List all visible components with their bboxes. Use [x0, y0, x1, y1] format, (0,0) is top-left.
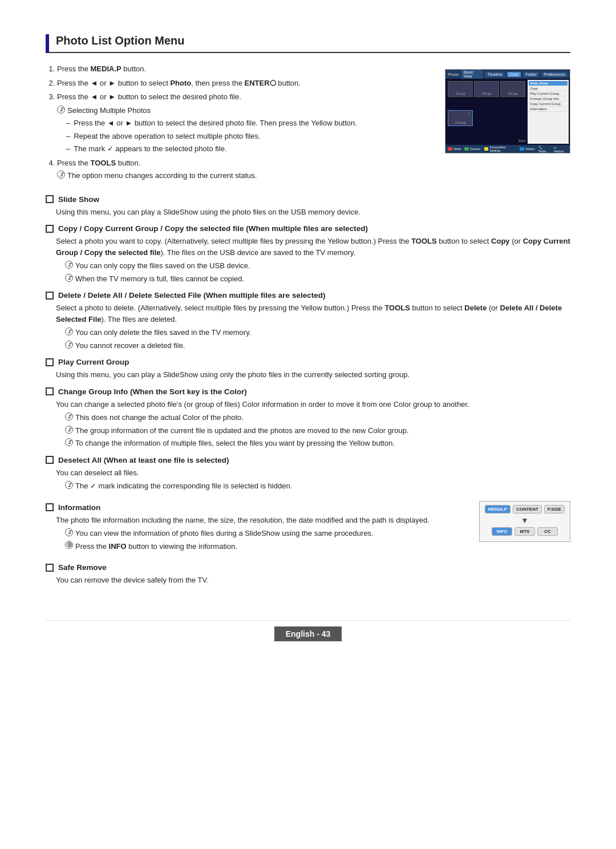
section-deselect-all: Deselect All (When at least one file is … — [46, 456, 570, 492]
note-b-icon: Ⓑ — [65, 541, 73, 549]
section-heading-change-group-info: Change Group Info (When the Sort key is … — [46, 387, 570, 396]
section-body-information: The photo file information including the… — [56, 515, 468, 552]
section-information: Information The photo file information i… — [46, 496, 570, 557]
footer-badge: English - 43 — [274, 626, 342, 641]
remote-btn-mts: MTS — [514, 527, 535, 536]
section-body-play-current-group: Using this menu, you can play a SlideSho… — [56, 369, 570, 381]
subnote-item-2: Repeat the above operation to select mul… — [66, 131, 433, 142]
subnote-list: Press the ◄ or ► button to select the de… — [57, 118, 433, 155]
section-slide-show: Slide Show Using this menu, you can play… — [46, 195, 570, 218]
footer: English - 43 — [46, 620, 570, 641]
section-heading-safe-remove: Safe Remove — [46, 563, 570, 572]
steps-list: Press the MEDIA.P button. Press the ◄ or… — [46, 63, 433, 181]
section-heading-delete: Delete / Delete All / Delete Selected Fi… — [46, 291, 570, 300]
note-icon-copy-1: 𝓘 — [65, 261, 73, 269]
section-body-change-group-info: You can change a selected photo file's (… — [56, 399, 570, 449]
note-icon-cgi-2: 𝓘 — [65, 426, 73, 434]
subnote-item-1: Press the ◄ or ► button to select the de… — [66, 118, 433, 129]
note-icon-deselect-1: 𝓘 — [65, 481, 73, 489]
section-change-group-info: Change Group Info (When the Sort key is … — [46, 387, 570, 449]
section-heading-information: Information — [46, 503, 468, 512]
remote-row-1: MEDIA.P CONTENT P.SIZE — [484, 505, 565, 514]
note-icon-delete-1: 𝓘 — [65, 328, 73, 335]
note-icon-delete-2: 𝓘 — [65, 341, 73, 349]
section-body-delete: Select a photo to delete. (Alternatively… — [56, 302, 570, 351]
step-1: Press the MEDIA.P button. — [57, 63, 433, 75]
page-title: Photo List Option Menu — [46, 34, 570, 53]
section-safe-remove: Safe Remove You can remove the device sa… — [46, 563, 570, 586]
note-icon-info-1: 𝓘 — [65, 528, 73, 536]
note-icon: 𝓘 — [57, 106, 65, 114]
screenshot-thumbnails: 123.jpg 130.jpg 132.jpg ✓ 1234.jpg — [448, 81, 525, 138]
step-3: Press the ◄ or ► button to select the de… — [57, 91, 433, 155]
remote-btn-cc: CC — [537, 527, 558, 536]
note-icon-copy-2: 𝓘 — [65, 274, 73, 282]
section-body-slide-show: Using this menu, you can play a SlideSho… — [56, 207, 570, 218]
section-delete: Delete / Delete All / Delete Selected Fi… — [46, 291, 570, 351]
remote-btn-info: INFO — [492, 527, 512, 536]
note-icon-cgi-3: 𝓘 — [65, 438, 73, 446]
remote-btn-content: CONTENT — [513, 505, 542, 514]
right-column: Photo Basic View Timeline Color Folder P… — [445, 63, 570, 187]
section-body-deselect-all: You can deselect all files. 𝓘 The ✓ mark… — [56, 467, 570, 492]
section-play-current-group: Play Current Group Using this menu, you … — [46, 358, 570, 381]
main-content: Press the MEDIA.P button. Press the ◄ or… — [46, 63, 570, 187]
section-heading-slide-show: Slide Show — [46, 195, 570, 204]
remote-btn-mediap: MEDIA.P — [485, 505, 510, 514]
screenshot-topbar: Photo Basic View Timeline Color Folder P… — [445, 70, 570, 79]
section-body-copy: Select a photo you want to copy. (Altern… — [56, 236, 570, 284]
step-4: Press the TOOLS button. 𝓘 The option men… — [57, 157, 433, 181]
section-heading-copy: Copy / Copy Current Group / Copy the sel… — [46, 224, 570, 233]
section-heading-deselect-all: Deselect All (When at least one file is … — [46, 456, 570, 464]
screenshot-image: Photo Basic View Timeline Color Folder P… — [445, 69, 570, 153]
screenshot-menu: Slide Show Copy Play Current Group Chang… — [528, 80, 569, 144]
left-column: Press the MEDIA.P button. Press the ◄ or… — [46, 63, 433, 187]
section-body-safe-remove: You can remove the device safely from th… — [56, 575, 570, 586]
step-2: Press the ◄ or ► button to select Photo,… — [57, 78, 433, 89]
screenshot-bottombar: Slide Device Favourites Setting Select 🔧… — [445, 145, 570, 153]
remote-control-image: MEDIA.P CONTENT P.SIZE ▼ INFO MTS CC — [479, 501, 570, 542]
remote-btn-psize: P.SIZE — [544, 505, 565, 514]
note-icon-cgi-1: 𝓘 — [65, 413, 73, 421]
subnote-item-3: The mark ✓ appears to the selected photo… — [66, 143, 433, 155]
section-copy: Copy / Copy Current Group / Copy the sel… — [46, 224, 570, 284]
sections-container: Slide Show Using this menu, you can play… — [46, 195, 570, 586]
remote-row-2: INFO MTS CC — [484, 527, 565, 536]
note-icon-2: 𝓘 — [57, 171, 65, 179]
section-heading-play-current-group: Play Current Group — [46, 358, 570, 366]
screenshot-body: 123.jpg 130.jpg 132.jpg ✓ 1234.jpg 5/14 … — [445, 79, 570, 145]
